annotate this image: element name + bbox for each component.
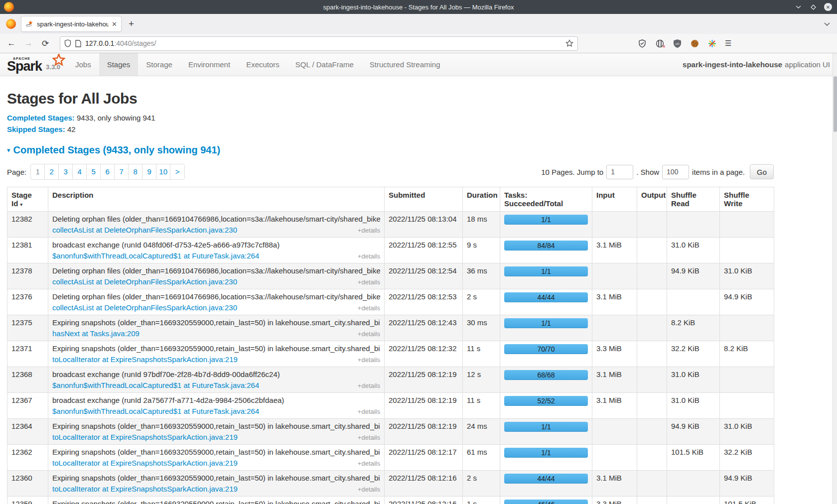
header-duration[interactable]: Duration: [463, 187, 500, 212]
reload-button[interactable]: ⟳: [37, 38, 54, 49]
details-toggle[interactable]: +details: [358, 356, 380, 364]
header-tasks[interactable]: Tasks: Succeeded/Total: [500, 187, 592, 212]
header-shuffle-write[interactable]: Shuffle Write: [720, 187, 774, 212]
completed-stages-section-toggle[interactable]: ▾ Completed Stages (9433, only showing 9…: [7, 144, 774, 156]
page-button-4[interactable]: 4: [73, 164, 87, 179]
page-button-1[interactable]: 1: [31, 164, 45, 179]
header-stage-id[interactable]: Stage Id▾: [7, 187, 48, 212]
details-toggle[interactable]: +details: [358, 252, 380, 260]
scrollbar-thumb[interactable]: [834, 76, 837, 132]
next-page-button[interactable]: >: [170, 164, 184, 179]
tasks-progress-cell: 44/44: [500, 289, 592, 315]
nav-item-stages[interactable]: Stages: [99, 53, 139, 76]
jump-to-page-input[interactable]: [606, 165, 633, 179]
tasks-progress-cell: 1/1: [500, 315, 592, 341]
page-button-9[interactable]: 9: [142, 164, 156, 179]
page-scrollbar[interactable]: [833, 53, 837, 504]
header-submitted[interactable]: Submitted: [385, 187, 463, 212]
description-cell: Deleting orphan files (older_than=166910…: [48, 289, 385, 315]
nav-item-executors[interactable]: Executors: [238, 53, 287, 76]
stage-callsite-link[interactable]: collectAsList at DeleteOrphanFilesSparkA…: [52, 303, 237, 312]
details-toggle[interactable]: +details: [358, 227, 380, 234]
url-bar[interactable]: 127.0.0.1:4040/stages/: [60, 36, 578, 51]
tracking-protection-shield-icon[interactable]: [64, 39, 71, 47]
stage-callsite-link[interactable]: $anonfun$withThreadLocalCaptured$1 at Fu…: [52, 252, 259, 260]
submitted-cell: 2022/11/25 08:13:04: [385, 212, 463, 238]
stage-callsite-link[interactable]: collectAsList at DeleteOrphanFilesSparkA…: [52, 226, 237, 234]
details-toggle[interactable]: +details: [358, 278, 380, 286]
page-info-icon[interactable]: [75, 40, 81, 47]
close-icon[interactable]: ✕: [824, 3, 832, 11]
stage-callsite-link[interactable]: toLocalIterator at ExpireSnapshotsSparkA…: [52, 485, 238, 493]
stage-callsite-link[interactable]: toLocalIterator at ExpireSnapshotsSparkA…: [52, 459, 238, 467]
page-button-6[interactable]: 6: [101, 164, 115, 179]
items-per-page-input[interactable]: [662, 165, 689, 179]
details-toggle[interactable]: +details: [358, 304, 380, 312]
page-button-5[interactable]: 5: [87, 164, 101, 179]
firefox-app-icon[interactable]: [6, 19, 16, 29]
details-toggle[interactable]: +details: [358, 408, 380, 415]
tasks-progress-bar: 68/68: [504, 370, 588, 380]
asterisk-extension-icon[interactable]: [707, 39, 716, 48]
stage-callsite-link[interactable]: $anonfun$withThreadLocalCaptured$1 at Fu…: [52, 407, 259, 415]
forward-button[interactable]: →: [20, 38, 37, 48]
stage-description: broadcast exchange (runId 97bdf70e-2f28-…: [52, 370, 380, 378]
header-shuffle-read[interactable]: Shuffle Read: [667, 187, 720, 212]
shuffle-read-cell: 31.0 KiB: [667, 367, 720, 393]
page-button-7[interactable]: 7: [115, 164, 129, 179]
submitted-cell: 2022/11/25 08:12:53: [385, 289, 463, 315]
page-button-3[interactable]: 3: [59, 164, 73, 179]
bookmark-star-icon[interactable]: [565, 39, 573, 47]
minimize-icon[interactable]: [794, 3, 802, 11]
spark-logo[interactable]: Spark APACHE 3.3.0: [0, 53, 67, 76]
details-toggle[interactable]: +details: [358, 486, 380, 493]
tab-close-icon[interactable]: ✕: [112, 20, 117, 28]
tasks-progress-label: 44/44: [504, 474, 588, 484]
details-toggle[interactable]: +details: [358, 460, 380, 467]
shuffle-read-cell: [667, 497, 720, 504]
browser-toolbar: ← → ⟳ 127.0.0.1:4040/stages/ ✕ uO: [0, 34, 837, 53]
duration-cell: 24 ms: [463, 419, 500, 445]
header-output[interactable]: Output: [637, 187, 667, 212]
tasks-progress-cell: 46/46: [500, 497, 592, 504]
table-row: 12375Expiring snapshots (older_than=1669…: [7, 315, 774, 341]
list-tabs-chevron-icon[interactable]: [824, 20, 830, 28]
output-cell: [637, 393, 667, 419]
details-toggle[interactable]: +details: [358, 434, 380, 441]
browser-tab[interactable]: spark-ingest-into-lakehous ✕: [21, 16, 122, 32]
stage-callsite-link[interactable]: $anonfun$withThreadLocalCaptured$1 at Fu…: [52, 381, 259, 389]
page-button-2[interactable]: 2: [45, 164, 59, 179]
tasks-progress-label: 1/1: [504, 422, 588, 432]
input-cell: 3.3 MiB: [592, 497, 637, 504]
maximize-icon[interactable]: [809, 3, 817, 11]
proxy-disabled-badge: ✕: [662, 44, 666, 49]
nav-item-sql-dataframe[interactable]: SQL / DataFrame: [287, 53, 362, 76]
stage-callsite-link[interactable]: collectAsList at DeleteOrphanFilesSparkA…: [52, 277, 237, 286]
nav-item-jobs[interactable]: Jobs: [67, 53, 99, 76]
nav-item-storage[interactable]: Storage: [138, 53, 180, 76]
stage-callsite-link[interactable]: hasNext at Tasks.java:209: [52, 329, 140, 338]
description-cell: broadcast exchange (runId 97bdf70e-2f28-…: [48, 367, 385, 393]
details-toggle[interactable]: +details: [358, 382, 380, 389]
proxy-extension-icon[interactable]: ✕: [655, 39, 664, 48]
stage-callsite-link[interactable]: toLocalIterator at ExpireSnapshotsSparkA…: [52, 355, 238, 364]
url-text[interactable]: 127.0.0.1:4040/stages/: [85, 39, 565, 47]
new-tab-button[interactable]: +: [129, 18, 134, 29]
header-description[interactable]: Description: [48, 187, 385, 212]
cookie-extension-icon[interactable]: [690, 39, 699, 48]
page-button-10[interactable]: 10: [156, 164, 170, 179]
page-button-8[interactable]: 8: [129, 164, 142, 179]
go-button[interactable]: Go: [750, 164, 774, 179]
nav-item-environment[interactable]: Environment: [180, 53, 238, 76]
menu-icon[interactable]: ☰: [725, 39, 731, 48]
ublock-extension-icon[interactable]: uO: [673, 39, 682, 48]
back-button[interactable]: ←: [3, 38, 20, 48]
nav-item-structured-streaming[interactable]: Structured Streaming: [362, 53, 448, 76]
sort-desc-icon: ▾: [20, 202, 22, 207]
stage-callsite-link[interactable]: toLocalIterator at ExpireSnapshotsSparkA…: [52, 433, 238, 441]
table-row: 12381broadcast exchange (runId 048fd06f-…: [7, 238, 774, 263]
description-cell: Expiring snapshots (older_than=166932055…: [48, 497, 385, 504]
shield-check-extension-icon[interactable]: [638, 39, 647, 48]
header-input[interactable]: Input: [592, 187, 637, 212]
details-toggle[interactable]: +details: [358, 330, 380, 338]
